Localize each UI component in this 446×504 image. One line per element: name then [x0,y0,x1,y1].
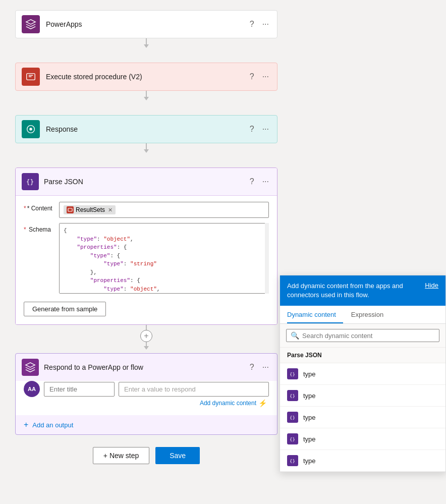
powerapps-actions: ? ··· [248,18,271,31]
item-icon-4: {} [287,433,298,444]
response-actions: ? ··· [248,123,271,136]
panel-search: 🔍 [280,324,445,348]
avatar: AA [24,381,40,397]
panel-hide-button[interactable]: Hide [425,282,438,289]
response-more-button[interactable]: ··· [260,123,271,136]
connector-3 [144,143,149,167]
vline-2 [146,91,147,97]
svg-text:{}: {} [290,459,295,464]
arrow-2 [144,97,149,100]
list-item[interactable]: {} type [280,428,445,450]
execute-stored-more-button[interactable]: ··· [260,70,271,83]
powerapps-step: PowerApps ? ··· [15,10,277,38]
response-help-button[interactable]: ? [248,123,256,136]
response-title: Response [46,125,248,133]
powerapps-help-button[interactable]: ? [248,18,256,31]
svg-text:{}: {} [290,437,295,442]
add-dynamic-icon: ⚡ [258,399,267,407]
respond-header: Respond to a PowerApp or flow ? ··· [16,354,277,381]
respond-body: AA Enter a value to respond Add dynamic … [16,381,277,415]
plus-circle-button[interactable]: + [140,330,152,342]
content-label: ** Content [24,202,59,212]
powerapps-more-button[interactable]: ··· [260,18,271,31]
item-icon-5: {} [287,455,298,466]
respond-icon [22,359,39,376]
content-tag-input[interactable]: ResultSets ✕ [59,202,269,218]
item-icon-3: {} [287,412,298,423]
svg-point-2 [29,128,32,131]
response-step: Response ? ··· [15,115,277,143]
execute-stored-help-button[interactable]: ? [248,70,256,83]
bottom-actions: + New step Save [93,447,200,464]
sql-icon [22,68,40,86]
panel-section-header: Parse JSON [280,348,445,363]
search-wrap: 🔍 [286,329,439,342]
arrow-4 [144,346,149,350]
arrow-3 [144,149,149,153]
title-input[interactable] [44,382,115,397]
add-dynamic-label: Add dynamic content [200,400,256,407]
svg-text:{}: {} [290,394,295,399]
search-icon: 🔍 [291,331,299,340]
item-label-1: type [303,370,316,378]
value-input-container[interactable]: Enter a value to respond [119,382,269,397]
list-item[interactable]: {} type [280,385,445,407]
parse-json-help-button[interactable]: ? [248,175,256,188]
connector-1 [144,38,149,63]
result-sets-tag: ResultSets ✕ [64,205,116,214]
schema-textarea[interactable]: { "type": "object", "properties": { "typ… [59,223,269,294]
vline-4 [146,325,147,330]
respond-card: Respond to a PowerApp or flow ? ··· AA E… [15,353,277,435]
svg-text:{}: {} [290,415,295,420]
search-input[interactable] [302,332,435,340]
respond-help-button[interactable]: ? [248,361,256,374]
item-label-5: type [303,457,316,465]
respond-actions: ? ··· [248,361,271,374]
vline-5 [146,342,147,346]
scrollbar-hint [265,223,269,294]
generate-from-sample-button[interactable]: Generate from sample [24,302,106,316]
parse-json-title: Parse JSON [44,178,248,186]
parse-json-more-button[interactable]: ··· [260,175,271,188]
panel-tabs: Dynamic content Expression [280,306,445,324]
schema-label: * Schema [24,223,59,233]
item-icon-2: {} [287,390,298,401]
tag-icon [67,206,74,213]
item-label-2: type [303,392,316,400]
vline-1 [146,38,147,44]
schema-wrapper: { "type": "object", "properties": { "typ… [59,223,269,294]
vline-3 [146,143,147,149]
new-step-button[interactable]: + New step [93,447,149,464]
execute-stored-title: Execute stored procedure (V2) [46,73,248,81]
tab-dynamic-content[interactable]: Dynamic content [287,306,343,323]
response-icon [22,120,40,138]
parse-json-card: {} Parse JSON ? ··· ** Content [15,167,277,325]
panel-header-text: Add dynamic content from the apps and co… [287,282,419,300]
parse-json-header: {} Parse JSON ? ··· [16,168,277,196]
list-item[interactable]: {} type [280,407,445,428]
item-label-4: type [303,435,316,443]
tab-expression[interactable]: Expression [351,306,391,323]
connector-with-plus: + [140,325,152,353]
panel-items-list: {} type {} type {} type {} type {} [280,363,445,472]
add-output-icon: + [24,420,28,429]
svg-text:{}: {} [290,372,295,377]
add-output-row[interactable]: + Add an output [16,415,277,434]
add-output-label: Add an output [32,421,73,429]
schema-content: { "type": "object", "properties": { "typ… [64,227,264,294]
svg-text:{}: {} [26,178,34,186]
content-field-row: ** Content ResultSets ✕ [24,202,269,218]
respond-title: Respond to a PowerApp or flow [44,363,248,371]
list-item[interactable]: {} type [280,363,445,385]
respond-more-button[interactable]: ··· [260,361,271,374]
save-button[interactable]: Save [155,447,200,464]
parse-json-body: ** Content ResultSets ✕ * Schema [16,196,277,324]
execute-stored-step: Execute stored procedure (V2) ? ··· [15,63,277,91]
panel-header: Add dynamic content from the apps and co… [280,275,445,306]
add-dynamic-link[interactable]: Add dynamic content ⚡ [200,399,267,407]
list-item[interactable]: {} type [280,450,445,472]
tag-close-button[interactable]: ✕ [108,207,113,213]
value-placeholder: Enter a value to respond [124,385,196,393]
connector-2 [144,91,149,115]
respond-inputs-row: AA Enter a value to respond [24,381,269,397]
